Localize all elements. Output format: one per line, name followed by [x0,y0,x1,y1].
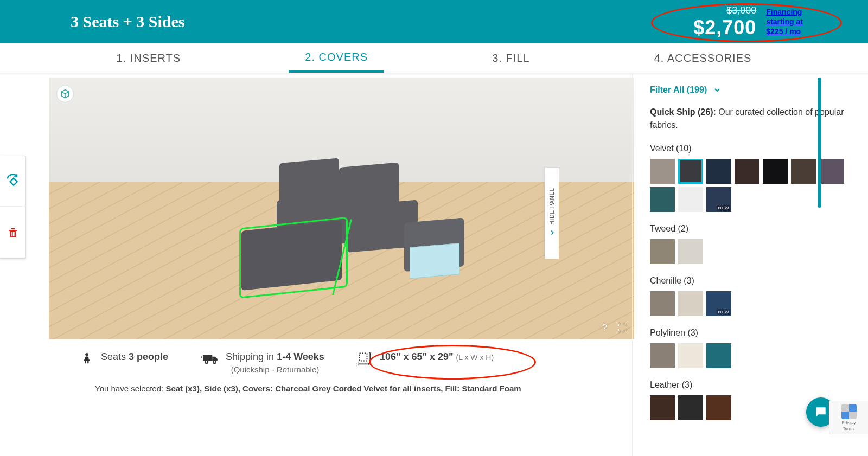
viewer-help-icon[interactable]: ? [602,323,607,333]
fabric-section-title: Chenille (3) [650,276,851,286]
fabric-swatch[interactable]: NEW [706,291,731,316]
price-block: $3,000 $2,700 Financing starting at $225… [693,5,803,39]
new-badge: NEW [717,205,730,211]
info-shipping: Shipping in 1-4 Weeks (Quickship - Retur… [201,351,324,374]
svg-point-3 [205,361,208,363]
fabric-swatch[interactable] [706,159,731,184]
fabric-section-title: Polylinen (3) [650,328,851,338]
fabric-swatch[interactable]: NEW [706,187,731,212]
fabric-swatch[interactable] [763,159,788,184]
new-badge: NEW [717,309,730,315]
fabric-section: Chenille (3)NEW [650,276,851,316]
fabric-swatch[interactable] [678,187,703,212]
fabric-swatch[interactable] [650,291,675,316]
svg-point-4 [213,361,216,363]
svg-rect-9 [14,232,15,236]
tab-step-3[interactable]: 3. FILL [476,43,546,73]
svg-point-1 [85,353,88,356]
3d-mode-icon[interactable] [56,85,74,102]
fabric-swatch[interactable] [650,239,675,264]
svg-rect-5 [359,354,367,361]
fabric-swatch[interactable] [706,395,731,420]
rotate-button[interactable] [0,156,26,206]
delete-button[interactable] [0,206,26,258]
fabric-section: Polylinen (3) [650,328,851,368]
viewer-fullscreen-icon[interactable]: ⛶ [618,323,627,333]
fabric-swatch[interactable] [678,291,703,316]
chevron-right-icon [548,229,556,239]
svg-rect-8 [13,232,14,236]
financing-link[interactable]: Financing starting at $225 / mo [766,7,803,37]
recaptcha-badge[interactable]: Privacy Terms [829,401,868,434]
covers-panel: Filter All (199) Quick Ship (26): Our cu… [632,73,868,456]
fabric-swatch[interactable] [791,159,816,184]
recaptcha-icon [841,404,857,419]
product-title: 3 Seats + 3 Sides [71,12,184,31]
fabric-section-title: Leather (3) [650,380,851,390]
fabric-swatch[interactable] [650,159,675,184]
price-original: $3,000 [693,5,756,16]
tab-step-4[interactable]: 4. ACCESSORIES [638,43,768,73]
hide-panel-toggle[interactable]: HIDE PANEL [545,167,559,259]
fabric-swatch[interactable] [650,395,675,420]
fabric-swatch[interactable] [678,395,703,420]
tab-step-2[interactable]: 2. COVERS [289,43,384,73]
panel-scrollbar[interactable] [818,78,821,208]
selection-summary: You have selected: Seat (x3), Side (x3),… [49,374,632,393]
fabric-section-title: Tweed (2) [650,224,851,234]
info-row: Seats 3 people Shipping in 1-4 Weeks (Qu… [49,339,632,374]
fabric-swatch[interactable] [650,343,675,368]
viewer-toolbar [0,156,26,259]
fabric-swatch[interactable] [650,187,675,212]
fabric-swatch[interactable] [678,239,703,264]
fabric-swatch[interactable] [819,159,844,184]
fabric-swatch[interactable] [706,343,731,368]
price-current: $2,700 [693,16,756,38]
step-tabs: 1. INSERTS2. COVERS3. FILL4. ACCESSORIES [0,43,868,73]
svg-rect-2 [203,355,212,361]
tab-step-1[interactable]: 1. INSERTS [100,43,197,73]
info-seats: Seats 3 people [79,351,168,367]
fabric-section: Tweed (2) [650,224,851,264]
info-dimensions: 106" x 65" x 29" (L x W x H) [357,351,494,367]
fabric-swatch[interactable] [735,159,760,184]
sofa-render [225,155,458,296]
fabric-swatch[interactable] [678,159,703,184]
svg-rect-7 [11,232,12,236]
svg-rect-6 [10,178,17,185]
fabric-swatch[interactable] [678,343,703,368]
header-bar: 3 Seats + 3 Sides $3,000 $2,700 Financin… [0,0,868,43]
